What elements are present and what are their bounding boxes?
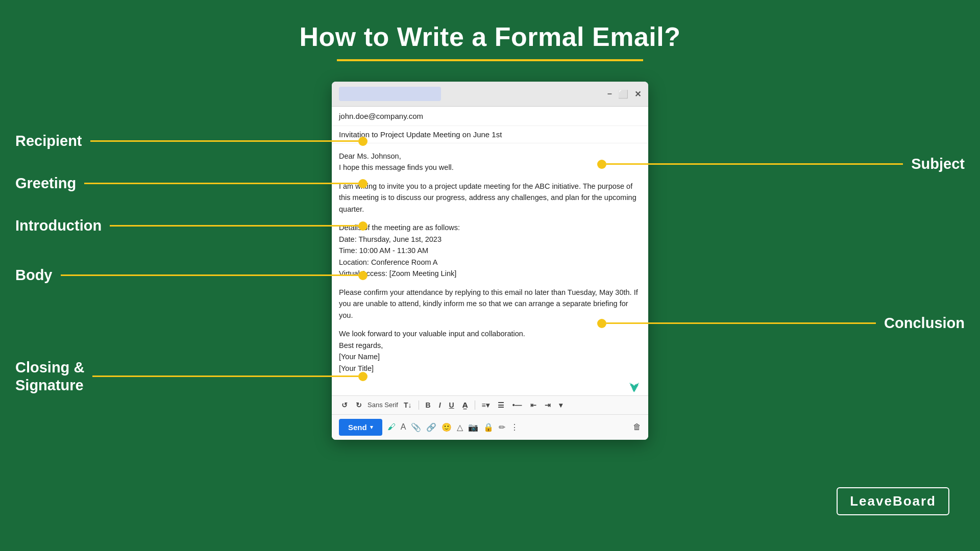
- recipient-dot: [358, 137, 368, 146]
- conclusion-annotation: Conclusion: [597, 315, 965, 332]
- greeting-label: Greeting: [15, 175, 76, 192]
- greeting-dot: [358, 179, 368, 188]
- introduction-dot: [358, 221, 368, 231]
- greeting-line2: I hope this message finds you well.: [339, 162, 641, 173]
- send-button[interactable]: Send ▾: [339, 419, 382, 436]
- list-unordered-icon[interactable]: •—: [510, 400, 525, 410]
- toolbar-sep2: [475, 400, 475, 410]
- list-ordered-icon[interactable]: ☰: [495, 400, 507, 410]
- page-title: How to Write a Formal Email?: [0, 0, 980, 52]
- email-body: Dear Ms. Johnson, I hope this message fi…: [332, 143, 648, 374]
- image-icon[interactable]: 📷: [468, 422, 478, 432]
- align-icon[interactable]: ≡▾: [479, 400, 492, 410]
- send-label: Send: [348, 423, 367, 432]
- send-dropdown-arrow[interactable]: ▾: [370, 424, 373, 431]
- greeting-line1: Dear Ms. Johnson,: [339, 151, 641, 162]
- recipient-label: Recipient: [15, 133, 82, 149]
- closing-line1: Closing &: [15, 359, 84, 377]
- subject-annotation: Subject: [597, 156, 965, 172]
- toolbar-sep1: [419, 400, 419, 410]
- greeting-line: [84, 183, 358, 184]
- closing-annotation: Closing & Signature: [15, 359, 368, 394]
- link-icon[interactable]: 🔗: [426, 422, 436, 432]
- email-toolbar-bottom[interactable]: Send ▾ 🖌 A 📎 🔗 🙂 △ 📷 🔒 ✏ ⋮ 🗑: [332, 414, 648, 440]
- italic-icon[interactable]: I: [436, 400, 444, 410]
- introduction-annotation: Introduction: [15, 217, 368, 234]
- body-time: Time: 10:00 AM - 11:30 AM: [339, 246, 428, 255]
- body-date: Date: Thursday, June 1st, 2023: [339, 235, 442, 243]
- closing-line-h: [92, 375, 358, 377]
- email-introduction: I am writing to invite you to a project …: [339, 181, 641, 215]
- recipient-annotation: Recipient: [15, 133, 368, 149]
- font-size-icon[interactable]: T↓: [401, 400, 414, 410]
- email-to-value: john.doe@company.com: [339, 112, 423, 120]
- introduction-line: [110, 225, 358, 227]
- drive-icon[interactable]: △: [457, 422, 463, 432]
- leaveboard-badge: LeaveBoard: [837, 487, 949, 515]
- redo-icon[interactable]: ↻: [353, 400, 364, 410]
- email-body-details: Details of the meeting are as follows: D…: [339, 222, 641, 279]
- email-to-field: john.doe@company.com: [332, 107, 648, 126]
- introduction-label: Introduction: [15, 217, 102, 234]
- format-paint-icon[interactable]: 🖌: [387, 422, 396, 432]
- body-annotation: Body: [15, 267, 368, 284]
- more-options-bottom-icon[interactable]: ⋮: [510, 422, 519, 432]
- underline-icon[interactable]: U: [447, 400, 457, 410]
- trash-icon[interactable]: 🗑: [633, 422, 641, 432]
- font-selector[interactable]: Sans Serif: [368, 401, 398, 409]
- email-window: – ⬜ ✕ john.doe@company.com Invitation to…: [332, 82, 648, 440]
- window-chrome: – ⬜ ✕: [332, 82, 648, 107]
- close-icon[interactable]: ✕: [634, 89, 641, 99]
- emoji-icon[interactable]: 🙂: [442, 422, 452, 432]
- body-label: Body: [15, 267, 53, 284]
- email-conclusion: Please confirm your attendance by replyi…: [339, 287, 641, 321]
- attachment-icon[interactable]: 📎: [411, 422, 421, 432]
- title-underline: [337, 59, 643, 61]
- undo-icon[interactable]: ↺: [339, 400, 350, 410]
- text-highlight-icon[interactable]: A: [401, 422, 406, 432]
- email-greeting: Dear Ms. Johnson, I hope this message fi…: [339, 151, 641, 173]
- greeting-annotation: Greeting: [15, 175, 368, 192]
- more-options-icon[interactable]: ▾: [556, 400, 565, 410]
- email-toolbar-top[interactable]: ↺ ↻ Sans Serif T↓ B I U A̲ ≡▾ ☰ •— ⇤ ⇥ ▾: [332, 395, 648, 414]
- body-location: Location: Conference Room A: [339, 258, 437, 266]
- body-line: [61, 274, 359, 276]
- indent-less-icon[interactable]: ⇤: [528, 400, 539, 410]
- closing-salutation: Best regards,: [339, 341, 383, 349]
- window-controls[interactable]: – ⬜ ✕: [607, 89, 641, 99]
- closing-label: Closing & Signature: [15, 359, 84, 394]
- closing-dot: [358, 372, 368, 381]
- conclusion-dot: [597, 319, 606, 328]
- window-address-bar: [339, 87, 441, 101]
- bold-icon[interactable]: B: [423, 400, 433, 410]
- lock-icon[interactable]: 🔒: [483, 422, 494, 432]
- subject-label: Subject: [911, 156, 965, 172]
- closing-line2: Signature: [15, 377, 84, 394]
- pencil-icon[interactable]: ✏: [499, 422, 505, 432]
- closing-line: We look forward to your valuable input a…: [339, 330, 525, 338]
- email-subject-field: Invitation to Project Update Meeting on …: [332, 126, 648, 143]
- font-color-icon[interactable]: A̲: [460, 400, 471, 410]
- subject-dot: [597, 160, 606, 169]
- conclusion-line: [606, 322, 876, 324]
- scroll-indicator: ⮟: [332, 381, 648, 394]
- email-closing: We look forward to your valuable input a…: [339, 328, 641, 374]
- minimize-icon[interactable]: –: [607, 89, 612, 99]
- maximize-icon[interactable]: ⬜: [618, 89, 628, 99]
- conclusion-label: Conclusion: [884, 315, 965, 332]
- subject-line: [606, 163, 903, 165]
- indent-more-icon[interactable]: ⇥: [542, 400, 553, 410]
- recipient-line: [90, 140, 358, 142]
- body-dot: [358, 271, 368, 280]
